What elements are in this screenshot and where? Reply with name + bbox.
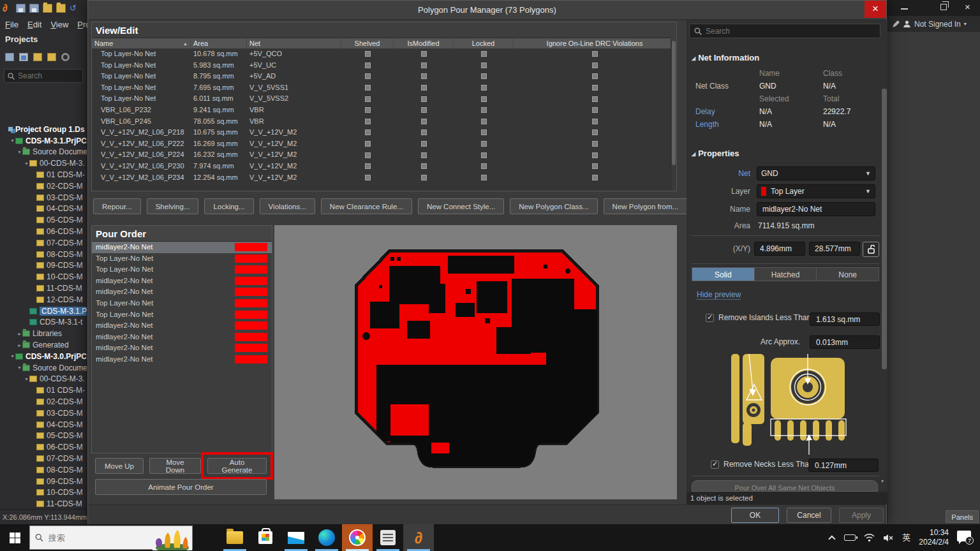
pour-order-item[interactable]: midlayer2-No Net <box>92 276 272 287</box>
tree-item[interactable]: 09-CDS-M <box>0 260 87 272</box>
ismodified-checkbox[interactable] <box>421 51 427 57</box>
locked-checkbox[interactable] <box>481 129 487 135</box>
polygon-table-header[interactable]: Name▲AreaNetShelvedIsModifiedLockedIgnor… <box>92 38 676 48</box>
undo-icon[interactable]: ↺ <box>70 4 79 13</box>
auto-generate-button[interactable]: Auto Generate <box>207 458 267 474</box>
shelved-checkbox[interactable] <box>365 175 371 180</box>
menu-file[interactable]: File <box>5 20 19 29</box>
taskbar-file-explorer[interactable] <box>219 524 250 551</box>
pour-order-item[interactable]: midlayer2-No Net <box>92 242 272 253</box>
save-all-icon[interactable] <box>29 4 39 13</box>
save-icon[interactable] <box>16 4 26 13</box>
layer-dropdown[interactable]: Top Layer▼ <box>757 184 875 198</box>
locked-checkbox[interactable] <box>481 119 487 124</box>
ismodified-checkbox[interactable] <box>421 119 427 124</box>
pour-order-item[interactable]: midlayer2-No Net <box>92 342 272 354</box>
shelved-checkbox[interactable] <box>365 119 371 124</box>
tree-item[interactable]: ▸Generated <box>0 339 87 351</box>
tree-collapse-icon[interactable]: ▾ <box>24 376 29 382</box>
menu-pro[interactable]: Pro <box>77 20 87 29</box>
menu-edit[interactable]: Edit <box>27 20 41 29</box>
tree-item[interactable]: 01 CDS-M- <box>0 385 87 396</box>
tree-item[interactable]: 02-CDS-M <box>0 396 87 408</box>
start-button[interactable] <box>0 524 29 551</box>
shelved-checkbox[interactable] <box>365 163 371 169</box>
panel-scrollbar[interactable]: ▾ <box>882 43 887 483</box>
new-polygon-from-button[interactable]: New Polygon from... <box>604 198 688 214</box>
ismodified-checkbox[interactable] <box>421 85 427 91</box>
violations-button[interactable]: Violations... <box>260 198 315 214</box>
column-header-locked[interactable]: Locked <box>454 38 514 48</box>
projects-search-box[interactable] <box>4 69 83 83</box>
taskbar-edge[interactable] <box>311 524 342 551</box>
table-scrollbar-thumb[interactable] <box>672 41 676 165</box>
tree-item[interactable]: 05-CDS-M <box>0 214 87 226</box>
tree-item[interactable]: ▾CDS-M-3.1.PrjPC <box>0 135 87 147</box>
ignore-drc-checkbox[interactable] <box>592 107 598 113</box>
new-clearance-rule-button[interactable]: New Clearance Rule... <box>321 198 412 214</box>
tree-item[interactable]: 11-CDS-M <box>0 498 87 508</box>
tree-item[interactable]: ▾00-CDS-M-3. <box>0 158 87 169</box>
search-folder-icon[interactable] <box>33 53 42 61</box>
apply-button[interactable]: Apply <box>839 508 884 523</box>
shelving-button[interactable]: Shelving... <box>147 198 199 214</box>
taskbar-store[interactable] <box>250 524 281 551</box>
tree-collapse-icon[interactable]: ▾ <box>10 138 15 143</box>
locked-checkbox[interactable] <box>481 62 487 68</box>
altium-logo-icon[interactable]: ∂ <box>3 4 12 13</box>
net-label[interactable]: Net <box>687 166 750 180</box>
remove-islands-checkbox[interactable] <box>706 314 714 322</box>
ismodified-checkbox[interactable] <box>421 175 427 180</box>
column-header-ignore-on-line-drc-violations[interactable]: Ignore On-Line DRC Violations <box>514 38 676 48</box>
shelved-checkbox[interactable] <box>365 51 371 57</box>
table-scrollbar[interactable] <box>671 39 676 191</box>
locked-checkbox[interactable] <box>481 163 487 169</box>
folder-settings-icon[interactable] <box>47 53 56 61</box>
length-label[interactable]: Length <box>690 118 759 131</box>
tree-item[interactable]: 09-CDS-M <box>0 476 87 487</box>
ignore-drc-checkbox[interactable] <box>592 96 598 102</box>
taskbar-search[interactable] <box>29 525 193 550</box>
tree-item[interactable]: ▾Source Documen <box>0 362 87 374</box>
collapse-icon[interactable]: ◢ <box>692 151 695 157</box>
tree-item[interactable]: 08-CDS-M <box>0 464 87 476</box>
polygon-row[interactable]: V_V_+12V_M2_L06_P21810.675 sq.mmV_V_+12V… <box>92 127 676 138</box>
projects-search-input[interactable] <box>18 71 79 80</box>
tree-item[interactable]: 07-CDS-M <box>0 237 87 249</box>
properties-search-box[interactable] <box>689 24 880 38</box>
tree-item[interactable]: 11-CDS-M <box>0 283 87 294</box>
speaker-muted-icon[interactable] <box>883 534 894 542</box>
panels-button[interactable]: Panels <box>946 510 979 523</box>
locked-checkbox[interactable] <box>481 141 487 147</box>
open-project-icon[interactable] <box>56 4 66 13</box>
tree-item[interactable]: 10-CDS-M <box>0 271 87 283</box>
locked-checkbox[interactable] <box>481 175 487 180</box>
properties-header[interactable]: ◢Properties <box>692 149 739 158</box>
delay-label[interactable]: Delay <box>690 105 759 118</box>
taskbar-media-app[interactable] <box>342 524 373 551</box>
shelved-checkbox[interactable] <box>365 141 371 147</box>
signin-label[interactable]: Not Signed In <box>914 20 961 29</box>
polygon-row[interactable]: VBR_L06_P2329.241 sq.mmVBR <box>92 105 676 116</box>
x-coordinate-input[interactable] <box>754 242 805 256</box>
tree-item[interactable]: ▾00-CDS-M-3. <box>0 374 87 385</box>
settings-gear-icon[interactable] <box>61 53 70 61</box>
open-icon[interactable] <box>43 4 52 13</box>
ismodified-checkbox[interactable] <box>421 129 427 135</box>
ismodified-checkbox[interactable] <box>421 73 427 79</box>
lock-button[interactable] <box>863 242 879 257</box>
collapse-icon[interactable]: ◢ <box>692 55 695 61</box>
ismodified-checkbox[interactable] <box>421 152 427 158</box>
save-project-icon[interactable] <box>5 53 14 61</box>
minimize-icon[interactable] <box>901 8 908 10</box>
pour-order-item[interactable]: Top Layer-No Net <box>92 298 272 309</box>
tree-collapse-icon[interactable]: ▾ <box>17 149 22 155</box>
taskbar-mail[interactable] <box>281 524 311 551</box>
polygon-row[interactable]: Top Layer-No Net5.983 sq.mm+5V_UC <box>92 60 676 71</box>
locking-button[interactable]: Locking... <box>204 198 253 214</box>
pour-order-item[interactable]: midlayer2-No Net <box>92 332 272 343</box>
scroll-down-icon[interactable]: ▾ <box>881 478 884 484</box>
locked-checkbox[interactable] <box>481 85 487 91</box>
new-polygon-class-button[interactable]: New Polygon Class... <box>510 198 597 214</box>
ismodified-checkbox[interactable] <box>421 141 427 147</box>
